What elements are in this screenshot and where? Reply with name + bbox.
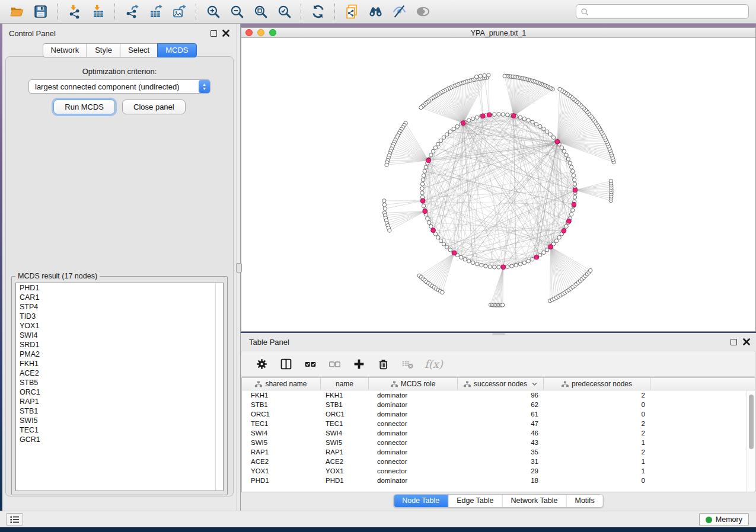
float-table-panel-icon[interactable] [731,339,737,345]
cell-name[interactable]: TEC1 [321,420,369,427]
column-header-shared-name[interactable]: shared name [242,378,321,390]
show-eye-button[interactable] [411,2,435,22]
cell-mcds-role[interactable]: dominator [369,430,458,437]
table-row[interactable]: STB1STB1dominator620 [242,400,755,409]
cell-predecessor-nodes[interactable]: 2 [544,420,650,427]
cell-mcds-role[interactable]: connector [369,420,458,427]
delete-table-button[interactable] [400,357,414,371]
tab-style[interactable]: Style [87,43,120,57]
cell-predecessor-nodes[interactable]: 0 [544,401,650,408]
cell-successor-nodes[interactable]: 61 [458,411,544,418]
mcds-result-list[interactable]: PHD1CAR1STP4TID3YOX1SWI4SRD1PMA2FKH1ACE2… [15,283,224,491]
cell-shared-name[interactable]: SWI4 [242,430,321,437]
mcds-list-scrollbar[interactable] [215,283,223,491]
cell-successor-nodes[interactable]: 35 [458,448,544,456]
cell-predecessor-nodes[interactable]: 2 [544,392,650,399]
import-network-button[interactable] [62,2,86,22]
mcds-list-item[interactable]: YOX1 [16,321,223,331]
cell-name[interactable]: FKH1 [321,392,369,399]
mcds-list-item[interactable]: SWI5 [16,416,223,425]
column-header-predecessor-nodes[interactable]: predecessor nodes [544,378,650,390]
function-builder-button[interactable]: f(x) [425,357,443,371]
table-scrollbar[interactable] [747,390,755,492]
table-row[interactable]: ORC1ORC1dominator610 [242,409,755,419]
run-mcds-button[interactable]: Run MCDS [53,100,115,114]
cell-shared-name[interactable]: SWI5 [242,439,321,446]
tab-motifs[interactable]: Motifs [566,495,602,507]
cell-mcds-role[interactable]: dominator [369,411,458,418]
cell-predecessor-nodes[interactable]: 2 [544,448,650,456]
cell-shared-name[interactable]: TEC1 [242,420,321,427]
column-header-name[interactable]: name [321,378,369,390]
cell-name[interactable]: SWI5 [321,439,369,446]
export-network-button[interactable] [120,2,143,22]
float-panel-icon[interactable] [210,30,217,37]
delete-column-button[interactable] [376,357,390,371]
search-input[interactable] [592,8,748,16]
table-row[interactable]: SWI5SWI5connector431 [242,438,755,447]
cell-successor-nodes[interactable]: 96 [458,392,544,399]
tab-select[interactable]: Select [120,43,158,57]
network-window-titlebar[interactable]: YPA_prune.txt_1 [241,28,755,38]
cell-successor-nodes[interactable]: 31 [458,458,544,465]
hide-glasses-button[interactable] [387,2,411,22]
close-panel-icon[interactable] [222,30,229,37]
table-panel-resize-handle[interactable] [492,333,505,335]
tab-mcds[interactable]: MCDS [157,43,196,57]
cell-shared-name[interactable]: PHD1 [242,477,321,484]
mcds-list-item[interactable]: FKH1 [16,359,223,368]
cell-predecessor-nodes[interactable]: 1 [544,439,650,446]
table-scrollbar-thumb[interactable] [749,395,754,449]
zoom-out-button[interactable] [225,2,248,22]
mcds-list-item[interactable]: STB1 [16,406,223,416]
mcds-list-item[interactable]: SWI4 [16,331,223,340]
mcds-list-item[interactable]: STP4 [16,302,223,312]
cell-predecessor-nodes[interactable]: 0 [544,411,650,418]
apply-layout-button[interactable] [306,2,330,22]
table-row[interactable]: FKH1FKH1dominator962 [242,390,755,400]
cell-mcds-role[interactable]: dominator [369,401,458,408]
cell-mcds-role[interactable]: dominator [369,392,458,399]
cell-name[interactable]: RAP1 [321,448,369,456]
cell-successor-nodes[interactable]: 29 [458,467,544,475]
cell-successor-nodes[interactable]: 46 [458,430,544,437]
column-header-mcds-role[interactable]: MCDS role [369,378,458,390]
mcds-list-item[interactable]: ACE2 [16,368,223,378]
cell-successor-nodes[interactable]: 62 [458,401,544,408]
cell-successor-nodes[interactable]: 43 [458,439,544,446]
cell-name[interactable]: YOX1 [321,467,369,475]
cell-mcds-role[interactable]: connector [369,439,458,446]
mcds-list-item[interactable]: TEC1 [16,425,223,435]
task-history-button[interactable] [6,513,23,525]
table-row[interactable]: YOX1YOX1connector291 [242,466,755,476]
cell-predecessor-nodes[interactable]: 2 [544,430,650,437]
mcds-list-item[interactable]: SRD1 [16,340,223,350]
cell-shared-name[interactable]: ORC1 [242,411,321,418]
table-row[interactable]: SWI4SWI4dominator462 [242,428,755,438]
cell-name[interactable]: PHD1 [321,477,369,484]
cell-mcds-role[interactable]: dominator [369,448,458,456]
show-column-button[interactable] [279,357,293,371]
cell-name[interactable]: ORC1 [321,411,369,418]
table-row[interactable]: TEC1TEC1connector472 [242,419,755,428]
close-panel-button[interactable]: Close panel [122,100,186,114]
cell-name[interactable]: SWI4 [321,430,369,437]
cell-predecessor-nodes[interactable]: 0 [544,477,650,484]
save-session-button[interactable] [28,2,52,22]
network-from-document-button[interactable] [340,2,363,22]
cell-shared-name[interactable]: ACE2 [242,458,321,465]
import-table-button[interactable] [86,2,110,22]
tab-edge-table[interactable]: Edge Table [448,495,502,507]
cell-mcds-role[interactable]: dominator [369,477,458,484]
memory-button[interactable]: Memory [699,513,749,526]
mcds-list-item[interactable]: GCR1 [16,435,223,444]
cell-successor-nodes[interactable]: 47 [458,420,544,427]
unselect-all-columns-button[interactable] [327,357,342,371]
tab-network[interactable]: Network [42,43,87,57]
cell-predecessor-nodes[interactable]: 1 [544,467,650,475]
cell-name[interactable]: STB1 [321,401,369,408]
splitter-handle[interactable] [236,263,242,273]
cell-shared-name[interactable]: YOX1 [242,467,321,475]
zoom-selected-button[interactable] [272,2,296,22]
mcds-list-item[interactable]: CAR1 [16,293,223,302]
